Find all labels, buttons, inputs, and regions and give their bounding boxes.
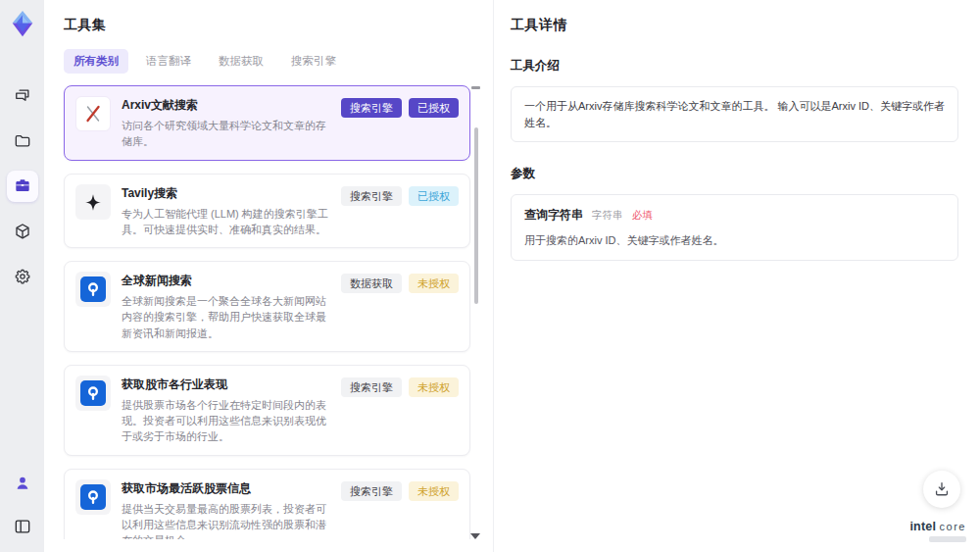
toolset-panel: 工具集 所有类别 语言翻译 数据获取 搜索引擎 Arxiv文献搜索 访问各个研究…	[44, 0, 493, 552]
rail-bottom	[7, 468, 38, 542]
status-badge: 未授权	[409, 377, 459, 397]
param-desc: 用于搜索的Arxiv ID、关键字或作者姓名。	[524, 232, 945, 249]
intro-text: 一个用于从Arxiv存储库搜索科学论文和文章的工具。 输入可以是Arxiv ID…	[524, 100, 945, 128]
chat-icon[interactable]	[7, 80, 38, 112]
tool-desc: 访问各个研究领域大量科学论文和文章的存储库。	[122, 118, 330, 150]
tool-list: Arxiv文献搜索 访问各个研究领域大量科学论文和文章的存储库。 搜索引擎 已授…	[44, 85, 493, 539]
param-name: 查询字符串	[524, 208, 583, 222]
gear-icon[interactable]	[7, 261, 38, 292]
params-heading: 参数	[511, 166, 958, 182]
brand-sub-badge	[929, 536, 966, 542]
tool-card-most-active-stocks[interactable]: 获取市场最活跃股票信息 提供当天交易量最高的股票列表，投资者可以利用这些信息来识…	[64, 469, 470, 539]
tool-name: Tavily搜索	[122, 185, 330, 202]
tool-card-arxiv[interactable]: Arxiv文献搜索 访问各个研究领域大量科学论文和文章的存储库。 搜索引擎 已授…	[64, 85, 470, 161]
download-button[interactable]	[923, 471, 960, 508]
download-icon	[932, 479, 952, 499]
category-badge: 搜索引擎	[341, 98, 402, 118]
status-badge: 已授权	[409, 186, 459, 206]
tool-desc: 全球新闻搜索是一个聚合全球各大新闻网站内容的搜索引擎，帮助用户快速获取全球最新资…	[122, 293, 330, 341]
category-badge: 数据获取	[341, 274, 402, 293]
tool-details-panel: 工具详情 工具介绍 一个用于从Arxiv存储库搜索科学论文和文章的工具。 输入可…	[493, 0, 980, 552]
intro-heading: 工具介绍	[511, 58, 958, 75]
intel-core-logo: intel core	[909, 520, 966, 542]
tool-name: 全球新闻搜索	[122, 273, 330, 289]
panel-toggle-icon[interactable]	[7, 511, 38, 542]
briefcase-icon[interactable]	[7, 171, 38, 202]
tab-search-engine[interactable]: 搜索引擎	[281, 49, 346, 74]
app-logo-icon	[7, 8, 38, 39]
param-required-badge: 必填	[632, 209, 653, 221]
status-badge: 已授权	[409, 98, 459, 118]
intro-box: 一个用于从Arxiv存储库搜索科学论文和文章的工具。 输入可以是Arxiv ID…	[511, 86, 958, 142]
scrollbar-up-arrow[interactable]	[471, 86, 480, 89]
tool-desc: 专为人工智能代理 (LLM) 构建的搜索引擎工具。可快速提供实时、准确和真实的结…	[122, 206, 330, 238]
tool-card-global-news[interactable]: 全球新闻搜索 全球新闻搜索是一个聚合全球各大新闻网站内容的搜索引擎，帮助用户快速…	[64, 261, 470, 352]
rail-nav	[7, 80, 38, 292]
tool-card-sector-performance[interactable]: 获取股市各行业表现 提供股票市场各个行业在特定时间段内的表现。投资者可以利用这些…	[64, 365, 470, 456]
category-badge: 搜索引擎	[341, 481, 402, 501]
brand-core: core	[940, 521, 966, 532]
cube-icon[interactable]	[7, 216, 38, 247]
scrollbar-thumb[interactable]	[474, 127, 478, 304]
category-badge: 搜索引擎	[341, 377, 402, 397]
tool-desc: 提供股票市场各个行业在特定时间段内的表现。投资者可以利用这些信息来识别表现优于或…	[122, 397, 330, 445]
folder-icon[interactable]	[7, 125, 38, 157]
tool-name: Arxiv文献搜索	[122, 97, 330, 114]
tab-all-categories[interactable]: 所有类别	[64, 49, 128, 74]
tavily-star-icon	[75, 184, 111, 220]
tool-desc: 提供当天交易量最高的股票列表，投资者可以利用这些信息来识别流动性强的股票和潜在的…	[122, 501, 330, 539]
app-window: 工具集 所有类别 语言翻译 数据获取 搜索引擎 Arxiv文献搜索 访问各个研究…	[0, 0, 980, 552]
toolset-title: 工具集	[44, 0, 493, 34]
news-q-icon	[75, 479, 111, 515]
status-badge: 未授权	[409, 274, 459, 293]
status-badge: 未授权	[409, 481, 459, 501]
user-icon[interactable]	[7, 468, 38, 499]
category-badge: 搜索引擎	[341, 186, 402, 206]
category-tabs: 所有类别 语言翻译 数据获取 搜索引擎	[64, 49, 493, 74]
details-title: 工具详情	[511, 17, 958, 34]
param-box: 查询字符串 字符串 必填 用于搜索的Arxiv ID、关键字或作者姓名。	[511, 194, 958, 261]
tool-card-tavily[interactable]: Tavily搜索 专为人工智能代理 (LLM) 构建的搜索引擎工具。可快速提供实…	[64, 174, 470, 249]
news-q-icon	[75, 272, 111, 307]
scrollbar-down-arrow[interactable]	[470, 533, 480, 539]
tab-language-translation[interactable]: 语言翻译	[136, 49, 201, 74]
param-type: 字符串	[592, 209, 623, 221]
left-rail	[0, 0, 44, 552]
tool-name: 获取市场最活跃股票信息	[122, 480, 330, 497]
tool-name: 获取股市各行业表现	[122, 376, 330, 393]
news-q-icon	[75, 376, 111, 411]
arxiv-icon	[75, 96, 111, 131]
tab-data-fetch[interactable]: 数据获取	[209, 49, 273, 74]
brand-intel: intel	[909, 520, 936, 533]
